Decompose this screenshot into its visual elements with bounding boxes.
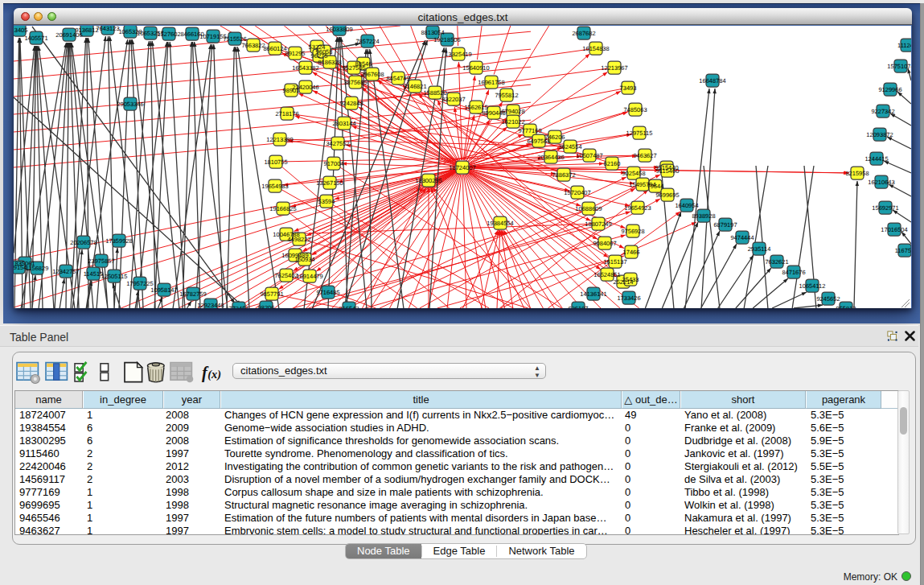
svg-text:17359928: 17359928 — [105, 237, 132, 245]
svg-text:8938928: 8938928 — [692, 212, 715, 220]
svg-text:15692971: 15692971 — [872, 204, 898, 212]
svg-text:12213967: 12213967 — [601, 64, 627, 72]
svg-text:6497568: 6497568 — [527, 138, 550, 145]
svg-text:114519: 114519 — [84, 270, 103, 278]
svg-text:2718176: 2718176 — [275, 110, 298, 117]
svg-text:8471676: 8471676 — [782, 269, 805, 276]
svg-text:12213389: 12213389 — [266, 136, 293, 143]
svg-text:16154838: 16154838 — [582, 45, 609, 52]
svg-text:19654923: 19654923 — [624, 204, 651, 212]
svg-text:16543382: 16543382 — [292, 64, 318, 72]
svg-text:73493: 73493 — [620, 84, 637, 92]
svg-text:9756928: 9756928 — [621, 228, 644, 235]
svg-text:17957225: 17957225 — [126, 280, 153, 287]
svg-text:9084067: 9084067 — [593, 240, 616, 247]
svg-text:6879197: 6879197 — [713, 221, 737, 229]
svg-text:7632621: 7632621 — [765, 258, 788, 266]
svg-text:15640910: 15640910 — [462, 64, 489, 72]
svg-text:19166825: 19166825 — [269, 205, 296, 212]
svg-text:7886372: 7886372 — [552, 171, 575, 179]
svg-text:10654112: 10654112 — [799, 282, 826, 290]
svg-text:12093872: 12093872 — [866, 131, 893, 138]
svg-text:15720407: 15720407 — [564, 189, 590, 196]
svg-text:16914479: 16914479 — [296, 273, 322, 280]
svg-text:772451: 772451 — [228, 305, 248, 309]
svg-text:9777169: 9777169 — [518, 127, 541, 134]
svg-text:9699695: 9699695 — [655, 192, 679, 199]
svg-text:13405: 13405 — [14, 27, 27, 34]
svg-text:1405571: 1405571 — [24, 35, 47, 42]
svg-text:1244415: 1244415 — [864, 155, 888, 163]
svg-text:3875685: 3875685 — [343, 79, 367, 86]
svg-text:7643123: 7643123 — [96, 26, 119, 32]
svg-text:15751074: 15751074 — [887, 63, 911, 70]
svg-text:3624554: 3624554 — [558, 143, 581, 150]
svg-text:116753: 116753 — [895, 247, 911, 254]
svg-text:2803144: 2803144 — [332, 120, 355, 127]
svg-text:9025458: 9025458 — [622, 170, 645, 177]
svg-text:19218506: 19218506 — [433, 36, 460, 43]
svg-text:7955812: 7955812 — [495, 92, 518, 99]
svg-text:12342757: 12342757 — [52, 268, 79, 275]
svg-text:1640954: 1640954 — [675, 202, 698, 209]
svg-text:316542: 316542 — [339, 305, 359, 309]
svg-text:13325419: 13325419 — [445, 51, 471, 58]
svg-text:14136141: 14136141 — [580, 290, 606, 298]
svg-text:9136812: 9136812 — [75, 27, 98, 34]
svg-text:98206: 98206 — [258, 304, 275, 309]
svg-text:18807249: 18807249 — [585, 220, 611, 228]
svg-text:(x): (x) — [207, 368, 221, 381]
svg-text:29053346: 29053346 — [117, 101, 143, 108]
svg-text:8322037: 8322037 — [441, 96, 465, 103]
svg-text:16033809: 16033809 — [326, 26, 352, 33]
svg-text:636187: 636187 — [568, 305, 588, 309]
svg-text:18300295: 18300295 — [415, 177, 441, 184]
svg-text:8186328: 8186328 — [318, 59, 341, 66]
svg-text:25433: 25433 — [622, 276, 639, 283]
svg-text:9227342: 9227342 — [871, 108, 894, 115]
svg-text:9245652: 9245652 — [816, 295, 840, 303]
svg-text:19654983: 19654983 — [261, 183, 288, 190]
svg-text:16782759: 16782759 — [179, 290, 206, 298]
svg-text:7857224: 7857224 — [355, 38, 379, 45]
svg-text:8813054: 8813054 — [421, 29, 444, 36]
svg-text:16210643: 16210643 — [868, 179, 894, 186]
svg-text:2687682: 2687682 — [572, 30, 595, 37]
svg-text:7485063: 7485063 — [623, 106, 647, 113]
svg-text:1615137: 1615137 — [603, 258, 626, 266]
svg-text:8660124: 8660124 — [263, 45, 286, 52]
svg-text:2935114: 2935114 — [748, 245, 771, 253]
svg-text:9857791: 9857791 — [260, 290, 283, 298]
svg-text:1733426: 1733426 — [617, 295, 640, 302]
svg-text:917004: 917004 — [323, 160, 343, 167]
svg-text:16961758: 16961758 — [478, 79, 504, 86]
svg-text:6794028: 6794028 — [501, 108, 524, 115]
svg-text:1156829: 1156829 — [26, 265, 49, 272]
svg-text:98901: 98901 — [283, 87, 300, 94]
svg-text:96058: 96058 — [316, 48, 333, 56]
svg-text:19384554: 19384554 — [487, 220, 513, 227]
svg-text:9129966: 9129966 — [878, 86, 901, 93]
svg-text:12923448: 12923448 — [197, 302, 224, 309]
svg-text:20206578: 20206578 — [70, 239, 97, 246]
svg-text:53594: 53594 — [318, 198, 335, 205]
svg-text:9474444: 9474444 — [730, 234, 754, 241]
svg-text:1527602: 1527602 — [157, 31, 180, 38]
svg-text:9115460: 9115460 — [656, 167, 680, 175]
svg-text:8454749: 8454749 — [386, 75, 409, 82]
svg-text:1621022: 1621022 — [501, 118, 524, 126]
svg-text:9242848: 9242848 — [339, 100, 363, 107]
svg-text:111243: 111243 — [897, 42, 911, 49]
svg-text:10507487: 10507487 — [576, 152, 602, 159]
svg-text:10688609: 10688609 — [575, 205, 602, 212]
svg-text:17016504: 17016504 — [881, 226, 907, 233]
svg-text:150934: 150934 — [294, 256, 314, 263]
svg-text:12975115: 12975115 — [626, 130, 653, 137]
svg-text:8215958: 8215958 — [845, 170, 869, 177]
svg-text:3427552: 3427552 — [326, 140, 349, 147]
svg-text:18724007: 18724007 — [449, 164, 475, 171]
svg-text:9463627: 9463627 — [633, 152, 656, 159]
svg-text:4498222: 4498222 — [287, 236, 310, 243]
svg-text:17466: 17466 — [623, 249, 640, 256]
svg-text:9716485: 9716485 — [316, 289, 339, 296]
